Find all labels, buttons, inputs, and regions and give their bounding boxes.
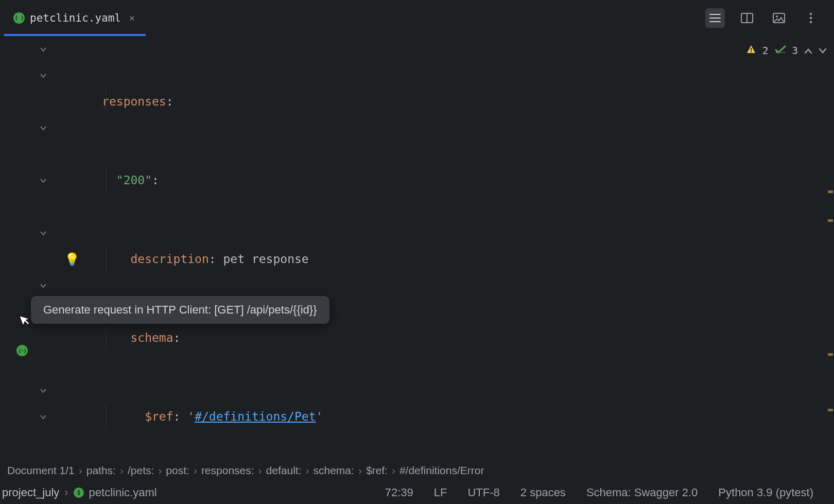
- project-name[interactable]: project_july: [2, 486, 59, 499]
- svg-point-3: [776, 15, 778, 18]
- stripe-marker[interactable]: [828, 219, 833, 222]
- stripe-marker[interactable]: [828, 190, 833, 193]
- fold-icon[interactable]: [40, 404, 46, 430]
- breadcrumb-item[interactable]: schema:: [314, 464, 354, 477]
- stripe-marker[interactable]: [828, 409, 833, 411]
- openapi-file-icon: [13, 12, 25, 24]
- warning-count: 2: [762, 45, 768, 56]
- yaml-key: responses: [102, 95, 166, 108]
- http-run-gutter-icon[interactable]: [16, 345, 28, 356]
- warning-icon: [746, 44, 756, 57]
- fold-icon[interactable]: [40, 167, 46, 194]
- line-separator[interactable]: LF: [434, 486, 447, 499]
- breadcrumb-item[interactable]: #/definitions/Error: [399, 464, 484, 477]
- tab-title: petclinic.yaml: [30, 12, 121, 24]
- more-menu-icon[interactable]: [801, 8, 821, 28]
- fold-icon[interactable]: [40, 272, 46, 299]
- indent-setting[interactable]: 2 spaces: [520, 486, 566, 499]
- svg-point-6: [810, 21, 812, 23]
- stripe-marker[interactable]: [828, 353, 833, 356]
- yaml-key: description: [130, 252, 208, 266]
- schema-ref-link[interactable]: #/definitions/Pet: [195, 410, 316, 423]
- breadcrumb-item[interactable]: Document 1/1: [7, 464, 75, 477]
- next-highlight-icon[interactable]: [819, 45, 827, 56]
- tab-bar: petclinic.yaml ✕: [0, 0, 834, 36]
- inspection-summary[interactable]: 2 3: [746, 44, 827, 57]
- breadcrumb-item[interactable]: /pets:: [128, 464, 154, 477]
- schema-widget[interactable]: Schema: Swagger 2.0: [586, 486, 698, 499]
- yaml-key: "200": [116, 173, 152, 187]
- editor-tab[interactable]: petclinic.yaml ✕: [4, 0, 144, 36]
- yaml-key: $ref: [145, 410, 173, 423]
- code-editor[interactable]: 💡 responses: "200": description: pet res…: [0, 36, 834, 460]
- breadcrumb-item[interactable]: $ref:: [366, 464, 388, 477]
- encoding[interactable]: UTF-8: [467, 486, 499, 499]
- svg-rect-8: [751, 51, 752, 53]
- current-file[interactable]: petclinic.yaml: [89, 486, 157, 499]
- close-tab-icon[interactable]: ✕: [126, 12, 135, 23]
- breadcrumb-item[interactable]: paths:: [86, 464, 116, 477]
- tooltip-text: Generate request in HTTP Client: [GET] /…: [43, 303, 317, 316]
- error-stripe[interactable]: [827, 36, 834, 460]
- fold-icon[interactable]: [40, 220, 46, 246]
- breadcrumbs-bar: Document 1/1› paths:› /pets:› post:› res…: [0, 460, 834, 481]
- weak-warning-count: 3: [792, 45, 798, 56]
- intention-bulb-icon[interactable]: 💡: [64, 252, 80, 267]
- breadcrumb-item[interactable]: default:: [266, 464, 302, 477]
- breadcrumb-item[interactable]: responses:: [201, 464, 254, 477]
- openapi-file-icon: [74, 488, 84, 498]
- fold-icon[interactable]: [40, 36, 46, 62]
- prev-highlight-icon[interactable]: [804, 45, 812, 56]
- caret-position[interactable]: 72:39: [385, 486, 413, 499]
- python-interpreter[interactable]: Python 3.9 (pytest): [718, 486, 813, 499]
- gutter-tooltip: Generate request in HTTP Client: [GET] /…: [31, 296, 329, 324]
- svg-point-5: [810, 16, 812, 19]
- preview-image-icon[interactable]: [769, 8, 789, 28]
- yaml-key: schema: [130, 331, 173, 344]
- soft-wrap-icon[interactable]: [705, 8, 725, 28]
- svg-point-4: [810, 12, 812, 14]
- gutter: [0, 36, 59, 460]
- fold-icon[interactable]: [40, 377, 46, 404]
- weak-warning-icon: [775, 45, 786, 56]
- svg-rect-7: [751, 48, 752, 50]
- status-bar: project_july › petclinic.yaml 72:39 LF U…: [0, 481, 834, 504]
- reader-mode-icon[interactable]: [737, 8, 757, 28]
- fold-icon[interactable]: [40, 115, 46, 141]
- breadcrumb-item[interactable]: post:: [166, 464, 189, 477]
- yaml-value: pet response: [223, 252, 309, 266]
- fold-icon[interactable]: [40, 62, 46, 89]
